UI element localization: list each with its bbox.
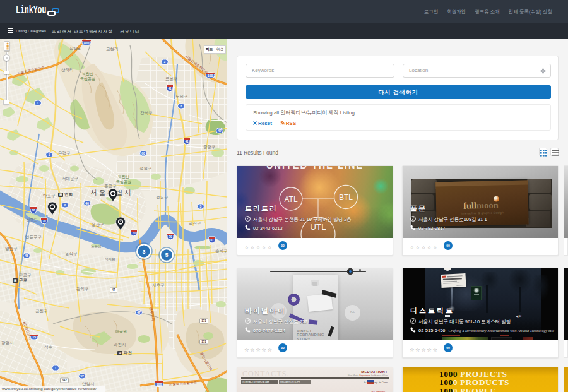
- svg-text:대공원: 대공원: [115, 330, 127, 334]
- svg-text:3: 3: [200, 205, 202, 208]
- svg-text:6: 6: [64, 203, 66, 207]
- svg-text:서대문구: 서대문구: [62, 176, 78, 181]
- svg-text:46: 46: [85, 201, 89, 205]
- svg-text:⊞: ⊞: [14, 278, 16, 282]
- svg-text:광진구: 광진구: [189, 221, 201, 225]
- svg-text:영등포구: 영등포구: [25, 235, 42, 240]
- svg-text:57: 57: [80, 374, 84, 378]
- svg-text:노원구: 노원구: [175, 94, 188, 98]
- svg-text:41: 41: [168, 87, 172, 90]
- svg-text:국립공원: 국립공원: [116, 180, 131, 184]
- svg-text:88: 88: [32, 209, 35, 212]
- svg-text:서래섬: 서래섬: [105, 257, 115, 261]
- svg-text:구로: 구로: [19, 278, 28, 283]
- svg-text:성동구: 성동구: [156, 195, 169, 200]
- svg-text:구로구: 구로구: [19, 273, 32, 277]
- svg-text:종로구: 종로구: [104, 184, 117, 188]
- svg-text:⊞: ⊞: [59, 193, 62, 196]
- svg-text:47: 47: [218, 129, 222, 133]
- svg-text:안양시: 안양시: [82, 381, 95, 386]
- svg-text:47: 47: [137, 311, 141, 314]
- svg-text:3: 3: [142, 249, 145, 255]
- svg-text:BTL: BTL: [339, 193, 353, 202]
- svg-text:60: 60: [141, 151, 145, 155]
- svg-text:석수: 석수: [44, 345, 53, 349]
- svg-text:상하리: 상하리: [61, 68, 74, 73]
- svg-text:성북구: 성북구: [139, 166, 152, 171]
- svg-text:마포구: 마포구: [43, 193, 56, 198]
- svg-text:171: 171: [201, 340, 206, 343]
- svg-text:UTL: UTL: [310, 222, 326, 232]
- svg-text:금천구: 금천구: [35, 309, 48, 313]
- svg-text:강북구: 강북구: [140, 110, 153, 116]
- svg-text:노들섬: 노들섬: [91, 244, 102, 248]
- svg-text:북한산: 북한산: [82, 72, 93, 76]
- svg-text:도봉구: 도봉구: [165, 76, 178, 81]
- svg-text:과천: 과천: [124, 350, 132, 355]
- svg-text:41: 41: [185, 140, 189, 143]
- svg-text:3: 3: [164, 60, 166, 64]
- svg-text:중랑구: 중랑구: [203, 145, 216, 150]
- svg-text:70: 70: [132, 232, 136, 235]
- svg-text:48: 48: [25, 254, 28, 258]
- svg-text:5: 5: [165, 252, 169, 258]
- svg-text:3: 3: [180, 104, 182, 108]
- svg-text:광명시: 광명시: [1, 340, 14, 345]
- svg-text:1: 1: [55, 366, 57, 370]
- svg-text:15: 15: [32, 335, 36, 339]
- svg-text:은평구: 은평구: [58, 151, 71, 156]
- svg-text:양천구: 양천구: [5, 246, 18, 251]
- svg-text:100: 100: [208, 74, 213, 78]
- svg-text:ATL: ATL: [284, 195, 297, 204]
- svg-text:서초구: 서초구: [152, 283, 165, 287]
- svg-text:송파구: 송파구: [215, 249, 227, 253]
- svg-text:400: 400: [84, 41, 90, 45]
- svg-text:연희: 연희: [64, 192, 73, 197]
- svg-text:1: 1: [37, 101, 39, 105]
- svg-text:교현리: 교현리: [106, 47, 119, 51]
- svg-text:선유도: 선유도: [27, 218, 37, 222]
- svg-text:관악구: 관악구: [76, 287, 89, 291]
- svg-text:100: 100: [157, 383, 162, 386]
- svg-text:342: 342: [62, 379, 67, 382]
- svg-text:동작구: 동작구: [65, 251, 78, 256]
- svg-text:47: 47: [112, 288, 115, 292]
- svg-text:1: 1: [49, 153, 50, 157]
- svg-text:70: 70: [42, 220, 46, 223]
- svg-text:70: 70: [169, 235, 172, 239]
- svg-text:61: 61: [210, 239, 214, 242]
- svg-text:북한산: 북한산: [118, 175, 129, 179]
- svg-text:삼상리: 삼상리: [69, 46, 82, 51]
- svg-text:171: 171: [201, 319, 206, 323]
- svg-text:과천시: 과천시: [114, 342, 126, 347]
- svg-text:국립공원: 국립공원: [80, 77, 95, 81]
- svg-text:용산구: 용산구: [92, 222, 104, 227]
- svg-text:⊞: ⊞: [119, 351, 121, 355]
